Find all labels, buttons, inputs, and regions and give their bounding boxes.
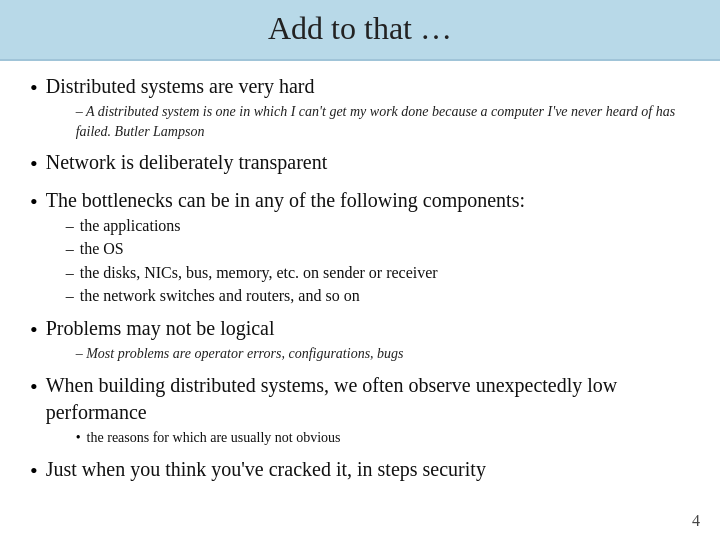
bullet-2: • Network is deliberately transparent <box>30 149 690 179</box>
bullet-dot-6: • <box>30 457 38 486</box>
sub-network-label: the network switches and routers, and so… <box>80 285 360 307</box>
sub-applications-label: the applications <box>80 215 181 237</box>
bullet-6: • Just when you think you've cracked it,… <box>30 456 690 486</box>
bullet-6-text: Just when you think you've cracked it, i… <box>46 456 486 483</box>
sub-os-label: the OS <box>80 238 124 260</box>
sub-item-applications: – the applications <box>66 215 525 237</box>
bullet-dot-3: • <box>30 188 38 217</box>
slide-header: Add to that … <box>0 0 720 61</box>
bullet-1-text: Distributed systems are very hard <box>46 75 315 97</box>
sub-disks-label: the disks, NICs, bus, memory, etc. on se… <box>80 262 438 284</box>
slide-title: Add to that … <box>20 10 700 47</box>
bullet-5-sub: • the reasons for which are usually not … <box>76 428 690 448</box>
bullet-dot-2: • <box>30 150 38 179</box>
bullet-5-text: When building distributed systems, we of… <box>46 374 618 423</box>
bullet-1-sub: – A distributed system is one in which I… <box>76 102 690 141</box>
bullet-5-sub-text: the reasons for which are usually not ob… <box>87 428 341 448</box>
bullet-1: • Distributed systems are very hard – A … <box>30 73 690 141</box>
bullet-5: • When building distributed systems, we … <box>30 372 690 448</box>
sub-item-network: – the network switches and routers, and … <box>66 285 525 307</box>
slide-content: • Distributed systems are very hard – A … <box>0 61 720 540</box>
slide: Add to that … • Distributed systems are … <box>0 0 720 540</box>
bullet-3: • The bottlenecks can be in any of the f… <box>30 187 690 308</box>
bullet-dot-1: • <box>30 74 38 103</box>
bullet-dot-5: • <box>30 373 38 402</box>
sub-item-disks: – the disks, NICs, bus, memory, etc. on … <box>66 262 525 284</box>
bullet-4-sub: – Most problems are operator errors, con… <box>76 344 404 364</box>
bullet-dot-4: • <box>30 316 38 345</box>
bullet-4: • Problems may not be logical – Most pro… <box>30 315 690 364</box>
bullet-4-text: Problems may not be logical <box>46 317 275 339</box>
page-number: 4 <box>692 512 700 530</box>
sub-item-os: – the OS <box>66 238 525 260</box>
bullet-3-text: The bottlenecks can be in any of the fol… <box>46 189 525 211</box>
bullet-2-text: Network is deliberately transparent <box>46 149 328 176</box>
